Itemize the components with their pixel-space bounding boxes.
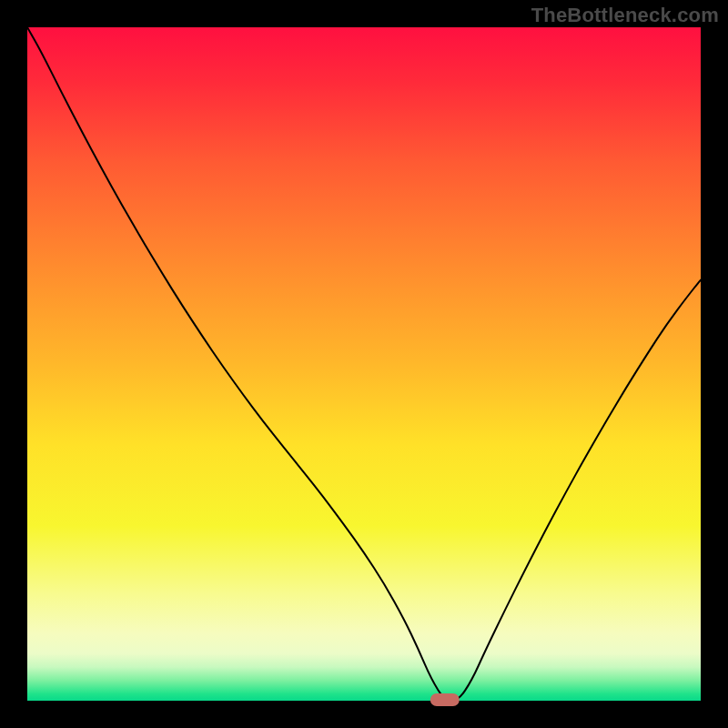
watermark-text: TheBottleneck.com — [531, 4, 719, 27]
bottleneck-marker — [430, 693, 460, 706]
bottleneck-chart — [0, 0, 728, 728]
chart-frame: TheBottleneck.com — [0, 0, 728, 728]
chart-background — [27, 27, 701, 701]
